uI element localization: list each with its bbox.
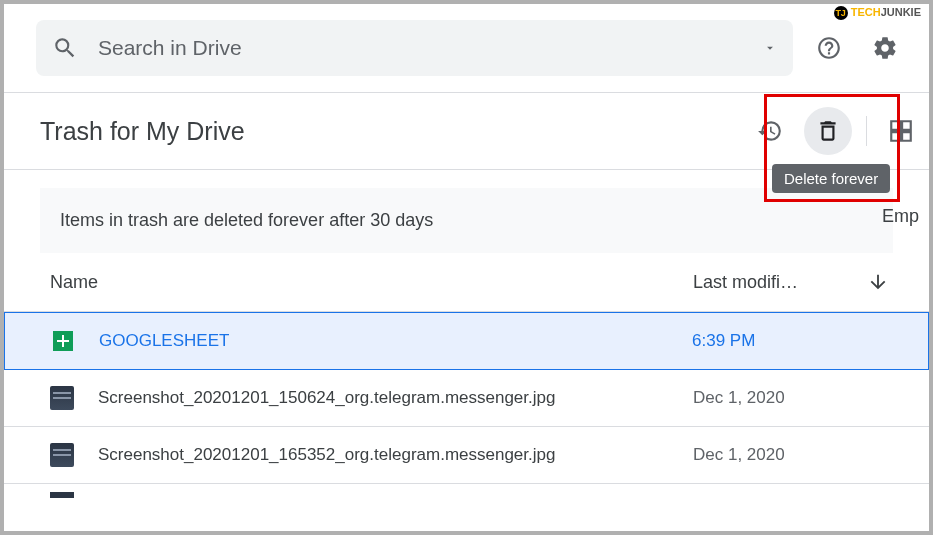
file-date: 6:39 PM — [692, 331, 892, 351]
image-thumb-icon — [50, 386, 74, 410]
file-name: Screenshot_20201201_165352_org.telegram.… — [98, 445, 669, 465]
topbar: Search in Drive — [4, 4, 929, 92]
page-title: Trash for My Drive — [40, 117, 742, 146]
list-header: Name Last modifi… — [4, 253, 929, 312]
view-grid-button[interactable] — [881, 111, 921, 151]
image-thumb-icon — [50, 492, 74, 498]
trash-icon — [815, 118, 841, 144]
header-actions — [750, 107, 901, 155]
sheets-icon — [51, 329, 75, 353]
arrow-down-icon — [867, 271, 889, 293]
file-name: GOOGLESHEET — [99, 331, 668, 351]
empty-trash-button[interactable]: Emp — [882, 206, 919, 227]
grid-icon — [888, 118, 914, 144]
image-thumb-icon — [50, 443, 74, 467]
restore-icon — [757, 118, 783, 144]
table-row[interactable]: Screenshot_20201201_150624_org.telegram.… — [4, 370, 929, 427]
column-modified[interactable]: Last modifi… — [693, 272, 863, 293]
file-list: GOOGLESHEET6:39 PMScreenshot_20201201_15… — [4, 312, 929, 484]
notice-text: Items in trash are deleted forever after… — [60, 210, 433, 231]
delete-forever-button[interactable] — [804, 107, 852, 155]
table-row[interactable]: GOOGLESHEET6:39 PM — [4, 312, 929, 370]
help-button[interactable] — [809, 28, 849, 68]
file-date: Dec 1, 2020 — [693, 445, 893, 465]
column-name[interactable]: Name — [50, 272, 693, 293]
watermark-icon: TJ — [834, 6, 848, 20]
divider — [866, 116, 867, 146]
sort-button[interactable] — [863, 271, 893, 293]
gear-icon — [872, 35, 898, 61]
file-name: Screenshot_20201201_150624_org.telegram.… — [98, 388, 669, 408]
search-icon — [52, 35, 78, 61]
search-box[interactable]: Search in Drive — [36, 20, 793, 76]
table-row[interactable]: Screenshot_20201201_165352_org.telegram.… — [4, 427, 929, 484]
file-date: Dec 1, 2020 — [693, 388, 893, 408]
restore-button[interactable] — [750, 111, 790, 151]
delete-forever-tooltip: Delete forever — [772, 164, 890, 193]
page-header: Trash for My Drive — [4, 93, 929, 169]
search-placeholder: Search in Drive — [98, 36, 743, 60]
watermark: TJ TECHJUNKIE — [834, 6, 921, 20]
dropdown-icon[interactable] — [763, 41, 777, 55]
partial-row — [4, 484, 929, 498]
help-icon — [816, 35, 842, 61]
trash-notice: Items in trash are deleted forever after… — [40, 188, 893, 253]
settings-button[interactable] — [865, 28, 905, 68]
